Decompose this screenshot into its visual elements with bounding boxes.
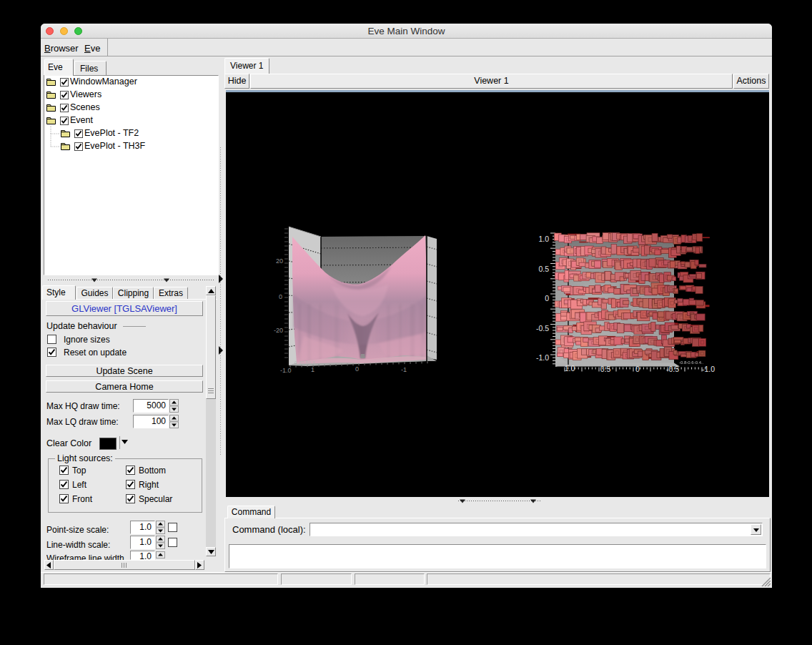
svg-text:20: 20	[276, 257, 283, 265]
svg-text:-1.0: -1.0	[536, 353, 549, 362]
svg-text:0: 0	[545, 294, 549, 302]
svg-text:0.40.60.8: 0.40.60.8	[294, 360, 315, 365]
svg-text:0: 0	[635, 365, 640, 373]
svg-text:0.5: 0.5	[538, 265, 549, 273]
svg-text:-1: -1	[401, 366, 407, 373]
svg-text:1.0: 1.0	[565, 364, 575, 373]
svg-text:0.5: 0.5	[600, 365, 611, 373]
svg-text:-1.0: -1.0	[280, 367, 292, 374]
svg-text:0: 0	[279, 293, 282, 300]
svg-text:0: 0	[355, 365, 359, 373]
svg-text:1.0: 1.0	[538, 235, 549, 243]
svg-text:-0.5: -0.5	[536, 324, 549, 333]
svg-text:-0.8-0.6-0.4..: -0.8-0.6-0.4..	[679, 360, 704, 365]
svg-text:-20: -20	[274, 327, 283, 334]
svg-text:1: 1	[311, 366, 315, 373]
svg-text:-1.0: -1.0	[702, 365, 715, 373]
svg-text:-0.5: -0.5	[666, 365, 679, 373]
